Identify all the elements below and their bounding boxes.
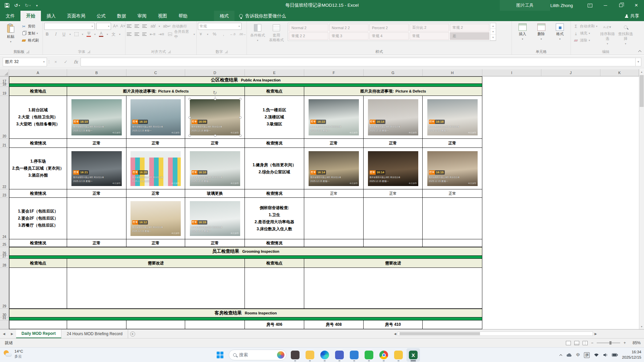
tab-formulas[interactable]: 公式 — [91, 11, 111, 21]
page-break-view-button[interactable] — [583, 341, 588, 345]
autosum-button[interactable]: Σ自动求和▾ — [572, 23, 598, 30]
wrap-text-button[interactable]: ab↵自动换行 — [163, 23, 187, 30]
cell-F20[interactable]: 打卡16:22贵州省贵阳市观山湖区 商业综合体2025.12.15 星期一今日水… — [304, 96, 364, 139]
gallery-scroll-down[interactable]: ▼ — [490, 29, 496, 35]
cell-B22[interactable]: 打卡16:21贵州省贵阳市观山湖区 商业综合体2025.12.15 星期一今日水… — [67, 148, 126, 189]
cell-G23[interactable]: 正常 — [364, 189, 423, 198]
cell-G21[interactable]: 正常 — [364, 139, 423, 148]
cell-F23[interactable]: 正常 — [304, 189, 364, 198]
selection-handle[interactable] — [214, 98, 216, 100]
ime-language-indicator[interactable]: 中 — [576, 352, 580, 358]
cell-E23[interactable]: 检查情况 — [245, 189, 304, 198]
row-header-20[interactable]: 20 — [0, 96, 9, 139]
clipboard-dialog-launcher[interactable] — [26, 50, 29, 53]
speaker-icon[interactable] — [603, 353, 608, 357]
column-header-J[interactable]: J — [541, 69, 600, 76]
cell-G22[interactable]: 打卡16:14贵州省贵阳市观山湖区 商业综合体2025.12.15 星期一今日水… — [364, 148, 423, 189]
photo-open-plan-office[interactable]: 打卡16:15贵州省贵阳市观山湖区 商业综合体2025.12.15 星期一今日水… — [427, 151, 478, 186]
sheet-nav-right[interactable]: ▶ — [8, 329, 16, 338]
cell-C20[interactable]: 打卡16:10贵州省贵阳市观山湖区 商业综合体2025.12.15 星期一今日水… — [126, 96, 185, 139]
scroll-up-arrow[interactable]: ▲ — [639, 69, 644, 74]
cell-H[interactable] — [423, 320, 482, 329]
increase-font-icon[interactable]: A˄ — [113, 23, 118, 29]
paste-dropdown[interactable]: ▾ — [10, 40, 11, 43]
align-top-icon[interactable] — [127, 24, 131, 28]
selection-handle[interactable] — [189, 98, 191, 100]
row-header-31[interactable]: 31 — [0, 317, 9, 320]
cell-B23[interactable]: 正常 — [67, 189, 126, 198]
photo-gym-treadmills[interactable]: 打卡16:14贵州省贵阳市观山湖区 商业综合体2025.12.15 星期一今日水… — [309, 151, 359, 186]
tab-help[interactable]: 帮助 — [173, 11, 193, 21]
zoom-in-button[interactable]: + — [624, 341, 626, 345]
cancel-entry-button[interactable]: × — [51, 58, 60, 66]
row-header-21[interactable]: 21 — [0, 139, 9, 148]
column-header-F[interactable]: F — [304, 69, 364, 76]
zoom-percentage[interactable]: 85% — [629, 341, 641, 345]
insert-cells-button[interactable]: 插入▾ — [513, 22, 532, 41]
cell-H24[interactable] — [423, 198, 482, 239]
column-header-A[interactable]: A — [9, 69, 67, 76]
taskbar-app-app-dark[interactable] — [288, 348, 302, 362]
cell-style-差[interactable]: 差 — [450, 32, 489, 40]
align-middle-icon[interactable] — [135, 24, 139, 28]
cell-F[interactable]: 房号 408 — [304, 320, 364, 329]
paste-button[interactable]: 粘贴 ▾ — [1, 22, 20, 43]
section-title-rooms-inspection[interactable]: 客房检查结果Rooms Inspection — [9, 309, 482, 317]
cell-H22[interactable]: 打卡16:15贵州省贵阳市观山湖区 商业综合体2025.12.15 星期一今日水… — [423, 148, 482, 189]
row-header-23[interactable]: 23 — [0, 189, 9, 198]
wifi-icon[interactable] — [594, 353, 599, 357]
cell-G[interactable]: 房号 410 — [364, 320, 423, 329]
borders-button[interactable] — [73, 31, 79, 37]
column-header-I[interactable]: I — [482, 69, 541, 76]
sort-filter-button[interactable]: A↓Z▼ 排序和筛选▾ — [598, 22, 616, 45]
tab-review[interactable]: 审阅 — [132, 11, 152, 21]
tab-home[interactable]: 开始 — [20, 11, 41, 21]
cell-E24[interactable]: 倒班宿舍请检查:1.卫生2.是否使用大功率电器3.床位数及入住人数 — [245, 198, 304, 239]
column-header-G[interactable]: G — [364, 69, 423, 76]
cell-A24[interactable]: 1.宴会1F（包括后区）2.宴会2F（包括后区）3.西餐厅（包括后区） — [9, 198, 67, 239]
tab-file[interactable]: 文件 — [0, 11, 20, 21]
cell-C22[interactable]: 打卡16:20贵州省贵阳市观山湖区 商业综合体2025.12.15 星期一今日水… — [126, 148, 185, 189]
cell-C23[interactable]: 正常 — [126, 189, 185, 198]
taskbar-app-app-blue-2[interactable] — [347, 348, 361, 362]
header-cell-E28[interactable]: 检查地点 — [245, 259, 304, 268]
cell-A21[interactable]: 检查情况 — [9, 139, 67, 148]
conditional-formatting-button[interactable]: 条件格式 ▾ — [248, 22, 267, 42]
photo-parking-garage[interactable]: 打卡16:21贵州省贵阳市观山湖区 商业综合体2025.12.15 星期一今日水… — [71, 151, 122, 186]
font-name-combobox[interactable]: ▾ — [44, 23, 95, 30]
customize-qat-button[interactable]: ▾ — [36, 4, 38, 7]
fill-button[interactable]: ⤓填充▾ — [572, 30, 598, 37]
cell-A[interactable] — [9, 320, 67, 329]
cell-style-常规 3[interactable]: 常规 3 — [329, 32, 369, 40]
cell-E[interactable]: 房号 406 — [245, 320, 304, 329]
selection-handle[interactable] — [239, 116, 241, 119]
start-button[interactable] — [213, 348, 227, 362]
phonetic-guide-button[interactable]: 文 — [111, 31, 116, 37]
signed-in-user[interactable]: Lilith Zhong — [550, 3, 573, 8]
cell-D21[interactable]: 正常 — [185, 139, 245, 148]
cell-E22[interactable]: 1.健身房（包括更衣间）2.综合办公室区域 — [245, 148, 304, 189]
scroll-down-arrow[interactable]: ▼ — [639, 324, 644, 329]
zoom-slider[interactable] — [597, 343, 620, 343]
ribbon-display-options-button[interactable] — [582, 0, 598, 11]
comma-style-button[interactable]: , — [221, 31, 226, 37]
photo-wood-panel-corridor[interactable]: 打卡16:12贵州省贵阳市观山湖区 商业综合体2025.12.15 星期一今日水… — [130, 201, 181, 236]
vertical-scroll-thumb[interactable] — [640, 75, 644, 107]
cell-D22[interactable]: 打卡16:10贵州省贵阳市观山湖区 商业综合体2025.12.15 星期一今日水… — [185, 148, 245, 189]
photo-hotel-lobby-glass-wall[interactable]: 打卡16:10贵州省贵阳市观山湖区 商业综合体2025.12.15 星期一今日水… — [71, 99, 122, 135]
hidden-icons-chevron[interactable] — [559, 354, 562, 357]
onedrive-cloud-icon[interactable] — [567, 353, 572, 357]
increase-indent-icon[interactable]: ⇥≡ — [158, 31, 164, 37]
weather-widget[interactable]: 14°C多云 — [3, 349, 23, 359]
formula-bar-expand-button[interactable]: ▼ — [635, 58, 641, 66]
column-header-K[interactable]: K — [600, 69, 639, 76]
cell-C[interactable] — [126, 320, 185, 329]
clock-widget[interactable]: 16:34 2025/12/15 — [622, 350, 641, 360]
row-header-clipped[interactable] — [0, 320, 9, 329]
gallery-expand[interactable]: ▼ — [490, 35, 496, 41]
photo-dark-wood-pantry[interactable]: 打卡16:14贵州省贵阳市观山湖区 商业综合体2025.12.15 星期一今日水… — [368, 151, 418, 186]
vertical-scrollbar[interactable]: ▲ ▼ — [639, 69, 644, 329]
align-right-icon[interactable] — [142, 33, 147, 36]
copy-dropdown[interactable]: ▾ — [37, 32, 38, 35]
row-header-19[interactable]: 19 — [0, 87, 9, 96]
